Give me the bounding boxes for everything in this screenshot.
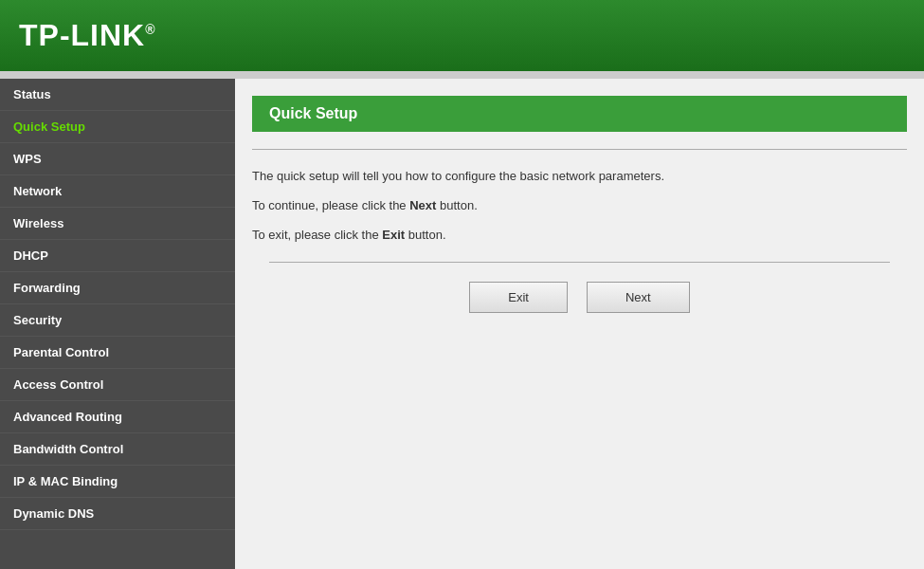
exit-button[interactable]: Exit: [469, 282, 568, 313]
sidebar-item-dhcp[interactable]: DHCP: [0, 240, 235, 272]
sidebar-item-bandwidth-control[interactable]: Bandwidth Control: [0, 433, 235, 466]
page-title-bar: Quick Setup: [252, 96, 907, 132]
sidebar-item-advanced-routing[interactable]: Advanced Routing: [0, 401, 235, 433]
intro-line3: To exit, please click the Exit button.: [252, 226, 907, 246]
sidebar: StatusQuick SetupWPSNetworkWirelessDHCPF…: [0, 79, 235, 569]
sidebar-item-dynamic-dns[interactable]: Dynamic DNS: [0, 498, 235, 530]
sidebar-item-quick-setup[interactable]: Quick Setup: [0, 111, 235, 143]
divider-top: [252, 149, 907, 150]
sidebar-item-status[interactable]: Status: [0, 79, 235, 111]
sidebar-item-wps[interactable]: WPS: [0, 143, 235, 175]
sidebar-item-ip-mac-binding[interactable]: IP & MAC Binding: [0, 466, 235, 498]
next-button[interactable]: Next: [587, 282, 690, 313]
next-bold: Next: [409, 198, 436, 212]
sidebar-item-parental-control[interactable]: Parental Control: [0, 337, 235, 369]
content-area: Quick Setup The quick setup will tell yo…: [235, 79, 924, 569]
intro-line1: The quick setup will tell you how to con…: [252, 167, 907, 187]
subheader-bar: [0, 71, 924, 79]
sidebar-item-network[interactable]: Network: [0, 175, 235, 208]
sidebar-item-forwarding[interactable]: Forwarding: [0, 272, 235, 304]
tp-link-logo: TP-LINK®: [19, 18, 156, 53]
logo-reg: ®: [145, 22, 155, 37]
logo-text: TP-LINK: [19, 18, 145, 52]
button-row: Exit Next: [252, 282, 907, 313]
header: TP-LINK®: [0, 0, 924, 71]
sidebar-item-wireless[interactable]: Wireless: [0, 208, 235, 240]
sidebar-item-security[interactable]: Security: [0, 304, 235, 337]
content-body: The quick setup will tell you how to con…: [235, 167, 924, 313]
divider-bottom: [269, 262, 890, 263]
page-title: Quick Setup: [269, 105, 890, 122]
intro-line2: To continue, please click the Next butto…: [252, 196, 907, 216]
main-layout: StatusQuick SetupWPSNetworkWirelessDHCPF…: [0, 79, 924, 569]
sidebar-item-access-control[interactable]: Access Control: [0, 369, 235, 401]
exit-bold: Exit: [382, 228, 405, 242]
